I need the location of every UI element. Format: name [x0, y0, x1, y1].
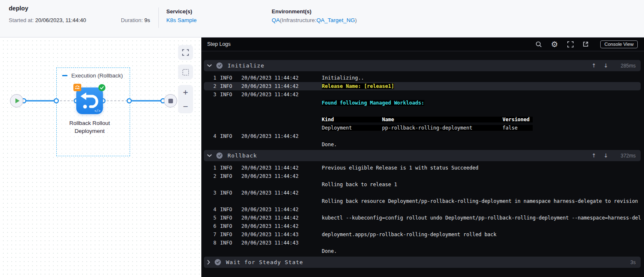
log-line-number: 2: [213, 173, 216, 179]
log-level: INFO: [220, 83, 232, 89]
log-message: Found following Managed Workloads:: [322, 100, 641, 106]
log-message: Done.: [322, 248, 641, 254]
chevron-right-icon[interactable]: [207, 260, 210, 265]
log-line: 2INFO20/06/2023 11:44:42: [204, 172, 641, 180]
log-line: 4INFO20/06/2023 11:44:42: [204, 132, 641, 140]
step-logs-title: Step Logs: [207, 41, 231, 47]
log-line-number: 3: [213, 92, 216, 97]
log-line: Done.: [204, 247, 641, 255]
stop-icon: [168, 99, 173, 103]
section-duration: 3s: [614, 260, 636, 265]
log-timestamp: 20/06/2023 11:44:42: [241, 223, 299, 229]
log-timestamp: 20/06/2023 11:44:43: [241, 240, 299, 246]
log-line: [204, 107, 641, 115]
log-line: 1INFO20/06/2023 11:44:42Previous eligibl…: [204, 164, 641, 172]
log-level: INFO: [220, 215, 232, 221]
log-level: INFO: [220, 223, 232, 229]
log-message: Release Name: [release1]: [322, 83, 641, 89]
log-level: INFO: [220, 165, 232, 171]
expand-icon[interactable]: [567, 41, 574, 47]
console-view-button[interactable]: Console View: [600, 40, 638, 48]
section-duration: 285ms: [614, 63, 636, 69]
log-section: Initialize↑↓285ms1INFO20/06/2023 11:44:4…: [204, 60, 641, 149]
chevron-down-icon[interactable]: [207, 154, 212, 157]
services-block: Service(s) K8s Sample: [159, 0, 197, 37]
log-line-number: 1: [213, 75, 216, 81]
success-badge-icon: [98, 84, 105, 91]
infrastructure-link[interactable]: QA_Target_NG: [316, 17, 355, 23]
log-timestamp: 20/06/2023 11:44:42: [241, 173, 299, 179]
log-line: 5INFO20/06/2023 11:44:42kubectl --kubeco…: [204, 214, 641, 222]
log-message: kubectl --kubeconfig=config rollout undo…: [322, 215, 641, 221]
canvas-zoom-controls: + −: [178, 85, 193, 113]
log-section-header[interactable]: Wait for Steady State3s: [204, 257, 641, 268]
gear-icon[interactable]: ⚙: [551, 40, 558, 48]
log-line-number: 3: [213, 190, 216, 196]
zoom-in-button[interactable]: +: [178, 85, 193, 99]
log-level: INFO: [220, 232, 232, 237]
service-link[interactable]: K8s Sample: [166, 17, 197, 23]
log-section-title: Wait for Steady State: [226, 259, 303, 265]
step-logs-panel: Step Logs ⚙ Console View Initialize↑↓285…: [201, 37, 644, 277]
scroll-down-icon[interactable]: ↓: [604, 152, 608, 159]
log-line: 7INFO20/06/2023 11:44:43deployment.apps/…: [204, 230, 641, 239]
log-line: 6INFO20/06/2023 11:44:42: [204, 222, 641, 230]
chevron-down-icon[interactable]: [207, 64, 212, 67]
log-line: Kind Name Versioned: [204, 115, 641, 124]
rollback-step-icon: </>: [76, 87, 103, 114]
log-timestamp: 20/06/2023 11:44:42: [241, 75, 299, 81]
log-section-title: Initialize: [228, 62, 264, 69]
log-level: INFO: [220, 173, 232, 179]
log-timestamp: 20/06/2023 11:44:42: [241, 83, 299, 89]
log-line-number: 7: [213, 232, 216, 237]
log-message: Rolling back resource Deployment/pp-roll…: [322, 198, 641, 204]
step-rollback-rollout-deployment[interactable]: </>: [76, 87, 103, 114]
pipeline-edges: [0, 37, 201, 277]
log-level: INFO: [220, 92, 232, 97]
log-line-number: 4: [213, 133, 216, 139]
log-line: Deployment pp-rollback-rolling-deploymen…: [204, 124, 641, 132]
log-section-header[interactable]: Initialize↑↓285ms: [204, 60, 641, 71]
zoom-out-button[interactable]: −: [178, 99, 193, 113]
open-in-new-icon[interactable]: [583, 41, 589, 47]
started-at: Started at: 20/06/2023, 11:44:40: [9, 17, 86, 23]
environment-link[interactable]: QA: [272, 17, 280, 23]
marquee-select-icon: [183, 69, 189, 75]
log-line-number: 6: [213, 223, 216, 229]
log-message: Previous eligible Release is 1 with stat…: [322, 165, 641, 171]
log-level: INFO: [220, 240, 232, 246]
log-line-number: 8: [213, 240, 216, 246]
log-message: Rolling back to release 1: [322, 182, 641, 187]
log-line: 3INFO20/06/2023 11:44:42: [204, 189, 641, 197]
log-timestamp: 20/06/2023 11:44:42: [241, 92, 299, 97]
scroll-up-icon[interactable]: ↑: [591, 62, 596, 69]
fullscreen-icon: [182, 49, 189, 56]
log-sections: Initialize↑↓285ms1INFO20/06/2023 11:44:4…: [201, 51, 644, 270]
log-section-header[interactable]: Rollback↑↓372ms: [204, 150, 641, 161]
services-label: Service(s): [166, 8, 197, 15]
start-node: [10, 94, 23, 107]
environments-label: Environment(s): [272, 8, 357, 15]
pipeline-canvas[interactable]: Execution (Rollback): [0, 37, 201, 277]
log-message: Done.: [322, 142, 641, 147]
log-line: 4INFO20/06/2023 11:44:42: [204, 205, 641, 214]
log-line: 1INFO20/06/2023 11:44:42Initializing..: [204, 74, 641, 82]
log-line: 2INFO20/06/2023 11:44:42Release Name: [r…: [204, 82, 641, 90]
canvas-select-button[interactable]: [178, 65, 193, 80]
search-icon[interactable]: [536, 41, 542, 47]
success-check-icon: [216, 62, 223, 69]
log-line: Done.: [204, 140, 641, 149]
scroll-down-icon[interactable]: ↓: [604, 62, 608, 69]
step-label: Rollback Rollout Deployment: [55, 119, 125, 135]
log-line: Rolling back to release 1: [204, 180, 641, 189]
step-logs-header: Step Logs ⚙ Console View: [201, 37, 644, 51]
log-timestamp: 20/06/2023 11:44:43: [241, 232, 299, 237]
environments-block: Environment(s) QA(Infrastructure:QA_Targ…: [264, 0, 357, 37]
canvas-fullscreen-button[interactable]: [178, 45, 193, 60]
log-line-number: 2: [213, 83, 216, 89]
log-message: Deployment pp-rollback-rolling-deploymen…: [322, 125, 641, 131]
scroll-up-icon[interactable]: ↑: [591, 152, 596, 159]
log-message: Kind Name Versioned: [322, 117, 641, 122]
log-line: Rolling back resource Deployment/pp-roll…: [204, 197, 641, 205]
log-message: Initializing..: [322, 75, 641, 81]
